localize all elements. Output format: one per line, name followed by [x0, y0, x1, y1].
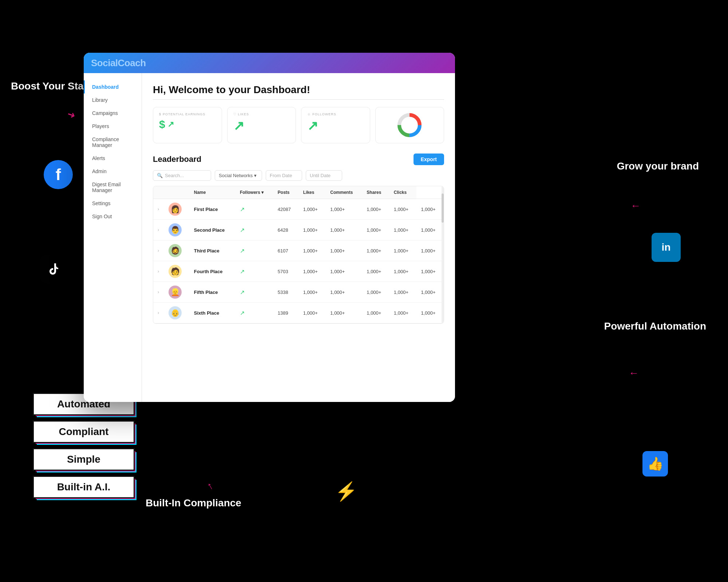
col-shares: Shares [362, 186, 389, 199]
row-clicks: 1,000+ [416, 220, 444, 240]
row-trend: ↗ [236, 261, 273, 282]
leaderboard-table-inner: Name Followers ▾ Posts Likes Comments Sh… [153, 186, 444, 323]
table-row[interactable]: › 🧔 Third Place ↗ 6107 1,000+ 1,000+ 1,0… [153, 240, 444, 261]
chevron-down-icon: ▾ [254, 173, 257, 178]
boost-label: Boost Your Stats [11, 80, 93, 92]
grow-arrow: ← [630, 200, 641, 212]
boost-arrow: ➜ [66, 108, 77, 121]
stat-followers-label: ☺ FOLLOWERS [307, 112, 364, 116]
scrollbar-track[interactable] [442, 186, 444, 323]
powerful-arrow: ← [629, 367, 639, 379]
sidebar-item-alerts[interactable]: Alerts [84, 152, 142, 165]
row-posts: 1,000+ [299, 261, 326, 282]
col-name: Name [190, 186, 236, 199]
until-date-field[interactable]: Until Date [306, 170, 342, 181]
sidebar-item-campaigns[interactable]: Campaigns [84, 107, 142, 120]
row-name: Sixth Place [190, 303, 236, 323]
avatar: 🧔 [169, 244, 182, 257]
row-likes: 1,000+ [326, 240, 362, 261]
search-icon: 🔍 [157, 173, 163, 178]
sidebar-item-dashboard[interactable]: Dashboard [84, 80, 142, 93]
from-date-field[interactable]: From Date [266, 170, 302, 181]
row-posts: 1,000+ [299, 220, 326, 240]
row-clicks: 1,000+ [416, 199, 444, 220]
row-followers: 6107 [273, 240, 299, 261]
scrollbar-thumb[interactable] [442, 194, 444, 223]
row-avatar-cell: 🧔 [164, 240, 190, 261]
linkedin-icon: in [652, 233, 681, 262]
row-trend: ↗ [236, 282, 273, 303]
sidebar-item-digest[interactable]: Digest Email Manager [84, 178, 142, 197]
search-placeholder: Search... [165, 173, 184, 178]
row-chevron: › [153, 282, 164, 303]
row-name: Fourth Place [190, 261, 236, 282]
export-button[interactable]: Export [414, 154, 444, 165]
row-name: First Place [190, 199, 236, 220]
table-row[interactable]: › 🧑 Fourth Place ↗ 5703 1,000+ 1,000+ 1,… [153, 261, 444, 282]
stat-earnings-value: $ ↗ [159, 118, 216, 131]
col-expand [153, 186, 164, 199]
row-shares: 1,000+ [389, 240, 417, 261]
row-posts: 1,000+ [299, 282, 326, 303]
row-avatar-cell: 🧑 [164, 261, 190, 282]
row-trend: ↗ [236, 303, 273, 323]
stats-row: $ POTENTIAL EARNINGS $ ↗ ♡ LIKES ↗ [153, 107, 444, 143]
row-likes: 1,000+ [326, 199, 362, 220]
row-likes: 1,000+ [326, 303, 362, 323]
header-divider [153, 99, 444, 100]
row-shares: 1,000+ [389, 261, 417, 282]
logo: SocialCoach [91, 57, 146, 69]
sidebar-item-players[interactable]: Players [84, 120, 142, 133]
row-followers: 5338 [273, 282, 299, 303]
row-avatar-cell: 👨 [164, 220, 190, 240]
logo-text: SocialCoach [91, 57, 146, 68]
powerful-label: Powerful Automation [604, 320, 706, 332]
leaderboard-body: › 👩 First Place ↗ 42087 1,000+ 1,000+ 1,… [153, 199, 444, 323]
leaderboard-title: Leaderboard [153, 155, 201, 164]
row-avatar-cell: 👴 [164, 303, 190, 323]
row-posts: 1,000+ [299, 240, 326, 261]
social-networks-filter[interactable]: Social Networks ▾ [215, 170, 262, 181]
stat-likes: ♡ LIKES ↗ [227, 107, 296, 143]
row-posts: 1,000+ [299, 199, 326, 220]
row-clicks: 1,000+ [416, 240, 444, 261]
row-likes: 1,000+ [326, 261, 362, 282]
sidebar-item-settings[interactable]: Settings [84, 197, 142, 210]
row-followers: 5703 [273, 261, 299, 282]
row-comments: 1,000+ [362, 199, 389, 220]
table-row[interactable]: › 👩 First Place ↗ 42087 1,000+ 1,000+ 1,… [153, 199, 444, 220]
table-row[interactable]: › 👱 Fifth Place ↗ 5338 1,000+ 1,000+ 1,0… [153, 282, 444, 303]
row-shares: 1,000+ [389, 199, 417, 220]
table-row[interactable]: › 👴 Sixth Place ↗ 1389 1,000+ 1,000+ 1,0… [153, 303, 444, 323]
avatar: 👨 [169, 223, 182, 236]
sidebar: Dashboard Library Campaigns Players Comp… [84, 73, 142, 402]
sidebar-item-signout[interactable]: Sign Out [84, 210, 142, 223]
row-clicks: 1,000+ [416, 303, 444, 323]
col-clicks: Clicks [389, 186, 417, 199]
donut-chart [397, 112, 422, 138]
row-followers: 42087 [273, 199, 299, 220]
table-header: Name Followers ▾ Posts Likes Comments Sh… [153, 186, 444, 199]
avatar: 👱 [169, 286, 182, 299]
row-comments: 1,000+ [362, 240, 389, 261]
col-comments: Comments [326, 186, 362, 199]
row-chevron: › [153, 303, 164, 323]
facebook-icon: f [44, 160, 73, 189]
stat-followers-value: ↗ [307, 118, 364, 133]
tag-builtin-ai: Built-in A.I. [33, 476, 135, 498]
leaderboard-table: Name Followers ▾ Posts Likes Comments Sh… [153, 186, 444, 324]
row-comments: 1,000+ [362, 261, 389, 282]
welcome-title: Hi, Welcome to your Dashboard! [153, 84, 444, 96]
row-shares: 1,000+ [389, 303, 417, 323]
sidebar-item-admin[interactable]: Admin [84, 165, 142, 178]
search-box[interactable]: 🔍 Search... [153, 170, 211, 181]
browser-body: Dashboard Library Campaigns Players Comp… [84, 73, 455, 402]
sidebar-item-library[interactable]: Library [84, 93, 142, 107]
row-comments: 1,000+ [362, 303, 389, 323]
row-likes: 1,000+ [326, 220, 362, 240]
row-clicks: 1,000+ [416, 282, 444, 303]
table-row[interactable]: › 👨 Second Place ↗ 6428 1,000+ 1,000+ 1,… [153, 220, 444, 240]
col-followers[interactable]: Followers ▾ [236, 186, 273, 199]
sidebar-item-compliance[interactable]: Compliance Manager [84, 133, 142, 152]
row-chevron: › [153, 199, 164, 220]
